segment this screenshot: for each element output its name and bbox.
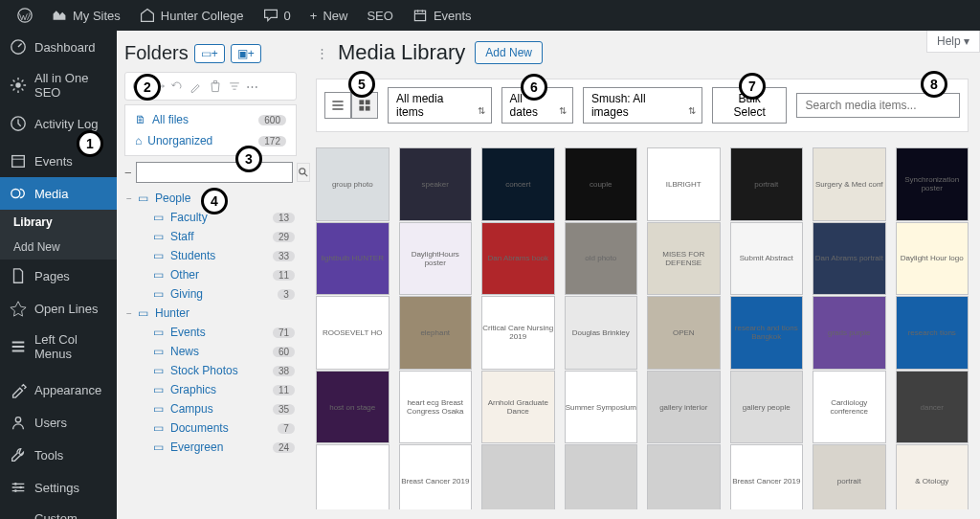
my-sites[interactable]: My Sites — [42, 0, 130, 31]
media-thumbnail[interactable]: lightbulb HUNTER — [316, 222, 390, 296]
sidebar-leftcol[interactable]: Left Col Menus — [0, 325, 117, 369]
collapse-tree-icon[interactable]: − — [124, 166, 132, 180]
folder-child[interactable]: ▭Events71 — [124, 323, 297, 342]
drag-handle-icon[interactable]: ⋮ — [316, 46, 328, 60]
filter-type-select[interactable]: All media items — [388, 87, 492, 124]
comments[interactable]: 0 — [254, 0, 301, 31]
folder-child[interactable]: ▭Giving3 — [124, 284, 297, 304]
sidebar-activity-log[interactable]: Activity Log — [0, 107, 117, 140]
all-files[interactable]: 🗎 All files 600 — [129, 109, 292, 130]
sidebar-custom-fields[interactable]: Custom Fields — [0, 504, 117, 519]
media-thumbnail[interactable]: Breast Cancer 2019 — [399, 444, 473, 509]
sidebar-openlines[interactable]: Open Lines — [0, 292, 117, 325]
media-thumbnail[interactable]: group photo — [316, 147, 390, 221]
media-thumbnail[interactable]: Cardiology conference — [813, 371, 886, 444]
media-thumbnail[interactable]: research tions — [896, 296, 969, 370]
events-menu[interactable]: Events — [403, 0, 481, 31]
add-new-button[interactable]: Add New — [475, 41, 543, 64]
media-thumbnail[interactable]: research and tions Bangkok — [730, 296, 804, 370]
grid-view-button[interactable] — [351, 92, 378, 119]
media-thumbnail[interactable]: gallery people — [730, 371, 804, 444]
media-thumbnail[interactable] — [565, 444, 638, 509]
more-icon[interactable]: ⋯ — [246, 79, 258, 94]
media-thumbnail[interactable]: couple — [565, 147, 638, 221]
folder-node[interactable]: −▭People — [124, 189, 297, 208]
submenu-library[interactable]: Library — [0, 210, 117, 235]
bulk-select-button[interactable]: Bulk Select — [712, 87, 788, 124]
folder-child[interactable]: ▭News60 — [124, 342, 297, 361]
seo-menu[interactable]: SEO — [357, 0, 402, 31]
media-thumbnail[interactable]: host on stage — [316, 371, 390, 444]
sidebar-media[interactable]: Media — [0, 177, 117, 210]
media-thumbnail[interactable]: ILBRIGHT — [647, 147, 721, 221]
new-folder-button[interactable]: ▭+ — [194, 44, 225, 63]
media-thumbnail[interactable]: Summer Symposium — [565, 371, 638, 444]
sidebar-tools[interactable]: Tools — [0, 439, 117, 471]
media-thumbnail[interactable]: ROOSEVELT HO — [316, 296, 390, 370]
media-thumbnail[interactable]: Critical Care Nursing 2019 — [481, 296, 555, 370]
folder-child[interactable]: ▭Other11 — [124, 265, 297, 284]
media-thumbnail[interactable]: gallery interior — [647, 371, 721, 444]
sidebar-events[interactable]: Events — [0, 145, 117, 177]
media-thumbnail[interactable]: Daylight Hour logo — [896, 222, 969, 296]
move-icon[interactable] — [150, 79, 166, 94]
media-thumbnail[interactable]: Synchronization poster — [896, 147, 969, 221]
folder-child[interactable]: ▭Stock Photos38 — [124, 361, 297, 380]
new-subfolder-button[interactable]: ▣+ — [231, 44, 261, 63]
media-thumbnail[interactable]: MISES FOR DEFENSE — [647, 222, 721, 296]
folder-child[interactable]: ▭Campus35 — [124, 399, 297, 418]
sidebar-pages[interactable]: Pages — [0, 260, 117, 292]
media-thumbnail[interactable] — [316, 444, 390, 509]
new-content[interactable]: +New — [301, 0, 358, 31]
media-thumbnail[interactable]: OPEN — [647, 296, 721, 370]
media-thumbnail[interactable]: portrait — [730, 147, 804, 221]
media-thumbnail[interactable]: heart ecg Breast Congress Osaka — [399, 371, 473, 444]
target-icon[interactable] — [131, 79, 146, 94]
media-thumbnail[interactable]: speaker — [399, 147, 473, 221]
sidebar-appearance[interactable]: Appearance — [0, 373, 117, 406]
media-search-input[interactable] — [796, 93, 960, 118]
filter-smush-select[interactable]: Smush: All images — [583, 87, 702, 124]
media-thumbnail[interactable]: Breast Cancer 2019 — [730, 444, 804, 509]
unorganized[interactable]: ⌂ Unorganized 172 — [129, 130, 292, 151]
edit-icon[interactable] — [189, 79, 204, 94]
folder-child[interactable]: ▭Faculty13 — [124, 208, 297, 227]
folder-child[interactable]: ▭Graphics11 — [124, 380, 297, 399]
sort-icon[interactable] — [227, 79, 242, 94]
toggle-icon[interactable]: − — [126, 193, 138, 204]
delete-icon[interactable] — [208, 79, 223, 94]
media-thumbnail[interactable]: grads purple — [813, 296, 886, 370]
folder-child[interactable]: ▭Staff29 — [124, 227, 297, 246]
folder-search-input[interactable] — [136, 162, 293, 183]
media-thumbnail[interactable]: Arnhold Graduate Dance — [481, 371, 555, 444]
media-thumbnail[interactable] — [481, 444, 555, 509]
folder-child[interactable]: ▭Documents7 — [124, 418, 297, 438]
sidebar-settings[interactable]: Settings — [0, 471, 117, 504]
sidebar-dashboard[interactable]: Dashboard — [0, 31, 117, 63]
folder-child[interactable]: ▭Evergreen24 — [124, 438, 297, 457]
media-thumbnail[interactable]: & Otology — [896, 444, 969, 509]
sidebar-users[interactable]: Users — [0, 406, 117, 439]
media-thumbnail[interactable]: portrait — [813, 444, 886, 509]
submenu-add-new[interactable]: Add New — [0, 235, 117, 260]
media-thumbnail[interactable]: Surgery & Med conf — [813, 147, 886, 221]
folder-child[interactable]: ▭Students33 — [124, 246, 297, 265]
sidebar-aioseo[interactable]: All in One SEO — [0, 63, 117, 107]
media-thumbnail[interactable]: old photo — [565, 222, 638, 296]
folder-node[interactable]: −▭Hunter — [124, 304, 297, 323]
media-thumbnail[interactable]: elephant — [399, 296, 473, 370]
media-thumbnail[interactable]: dancer — [896, 371, 969, 444]
media-thumbnail[interactable]: Douglas Brinkley — [565, 296, 638, 370]
wp-logo[interactable] — [8, 0, 42, 31]
toggle-icon[interactable]: − — [126, 308, 138, 319]
media-thumbnail[interactable]: Dan Abrams book — [481, 222, 555, 296]
media-thumbnail[interactable]: concert — [481, 147, 555, 221]
list-view-button[interactable] — [324, 92, 351, 119]
help-tab[interactable]: Help ▾ — [926, 31, 980, 53]
media-thumbnail[interactable]: Dan Abrams portrait — [813, 222, 886, 296]
site-name[interactable]: Hunter College — [130, 0, 254, 31]
undo-icon[interactable] — [169, 79, 185, 94]
filter-date-select[interactable]: All dates — [501, 87, 573, 124]
media-thumbnail[interactable]: Submit Abstract — [730, 222, 804, 296]
media-thumbnail[interactable] — [647, 444, 721, 509]
